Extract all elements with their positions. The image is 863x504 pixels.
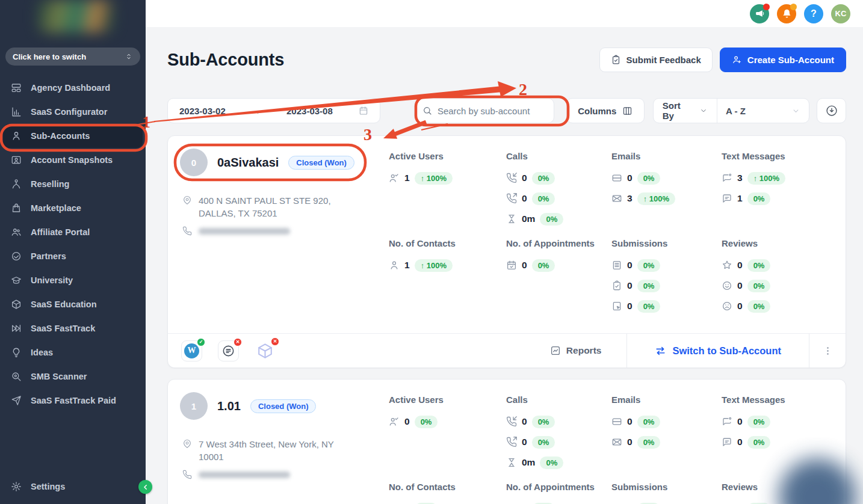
sidebar-item-agency-dashboard[interactable]: Agency Dashboard [3,76,143,100]
stat-delta-pill: ↑ 100% [415,259,453,272]
stat-group: Submissions00%00%00% [611,238,722,316]
stat-header: Submissions [611,238,722,248]
message-icon [722,193,732,204]
account-avatar: 1 [180,392,208,420]
page-title: Sub-Accounts [167,50,284,70]
stat-item: 00% [611,411,722,432]
stat-header: Calls [506,395,611,405]
sidebar-item-affiliate-portal[interactable]: Affiliate Portal [3,220,143,244]
user-avatar[interactable]: KC [831,4,850,23]
stat-header: Calls [506,151,611,161]
message-dot-icon [722,416,732,427]
date-range-picker[interactable]: 2023-03-02 → 2023-03-08 [167,98,380,123]
stat-group: No. of Contacts1↑ 100% [389,238,506,316]
sub-accounts-icon [11,131,22,141]
cross-badge-icon: ✕ [234,338,242,346]
sidebar-item-label: Sub-Accounts [31,131,90,141]
calendar-check-icon [506,260,517,271]
stat-value: 0 [737,280,743,291]
person-icon [389,260,400,271]
agency-logo [37,0,114,32]
sidebar-item-partners[interactable]: Partners [3,244,143,268]
export-button[interactable] [817,98,846,123]
message-dot-icon [722,173,732,183]
integration-integration-3[interactable]: ✕ [255,340,276,361]
stat-item: 3↑ 100% [722,168,836,188]
reports-button[interactable]: Reports [525,334,627,367]
integration-wordpress[interactable]: W✓ [181,340,202,361]
sidebar-item-saas-configurator[interactable]: SaaS Configurator [3,100,143,124]
stat-delta-pill: 0% [637,280,661,292]
account-switcher[interactable]: Click here to switch [5,48,140,66]
integration-integration-2[interactable]: ✕ [218,340,239,361]
stat-header: Emails [611,395,722,405]
sidebar-item-label: Settings [31,482,65,491]
sidebar-collapse-button[interactable] [138,480,152,494]
sidebar-item-saas-fasttrack-paid[interactable]: SaaS FastTrack Paid [3,389,143,413]
stat-item: 00% [389,499,506,504]
stat-item: 00% [506,168,611,188]
more-options-button[interactable] [809,334,846,367]
stat-group: Emails00%3↑ 100% [611,151,722,229]
announcements-button[interactable] [750,4,769,23]
phone-number-blurred [199,472,290,478]
sidebar-item-label: Account Snapshots [31,155,113,165]
smb-scanner-icon [11,371,22,382]
sidebar-item-account-snapshots[interactable]: Account Snapshots [3,148,143,172]
saas-fasttrack-paid-icon [11,395,22,406]
stat-delta-pill: 0% [747,280,771,292]
stat-value: 0 [737,437,743,447]
gear-icon [11,481,22,492]
sidebar-item-label: Ideas [31,348,53,357]
sidebar-item-smb-scanner[interactable]: SMB Scanner [3,364,143,389]
account-switcher-label: Click here to switch [13,52,86,61]
sort-by-button[interactable]: Sort By [654,99,717,123]
stat-group: No. of Appointments00% [506,238,611,316]
stat-delta-pill: ↑ 100% [415,172,453,185]
columns-button[interactable]: Columns [566,98,645,123]
sidebar-item-marketplace[interactable]: Marketplace [3,196,143,220]
sidebar-item-ideas[interactable]: Ideas [3,340,143,364]
account-name: 0aSivakasi [217,156,279,170]
stat-value: 3 [737,173,743,183]
sort-order-select[interactable]: A - Z [717,99,809,123]
map-pin-icon [182,439,192,449]
stat-group: Active Users1↑ 100% [389,151,506,229]
clipboard-check-icon [611,55,621,65]
stat-item: 00% [722,411,836,432]
hourglass-icon [506,214,517,224]
stat-delta-pill: 0% [637,416,661,428]
stat-header: No. of Appointments [506,238,611,248]
create-sub-account-button[interactable]: Create Sub-Account [720,48,846,72]
stat-header: Submissions [611,482,722,492]
sidebar-item-saas-education[interactable]: SaaS Education [3,292,143,316]
sidebar-item-university[interactable]: University [3,268,143,292]
calendar-icon [359,106,368,115]
person-plus-icon [732,55,742,65]
mail-icon [611,416,622,427]
stat-group: Reviews00%00%00% [722,238,836,316]
help-button[interactable]: ? [804,4,823,23]
check-badge-icon: ✓ [197,338,205,346]
switch-to-sub-account-button[interactable]: Switch to Sub-Account [627,334,809,367]
hourglass-icon [506,457,517,468]
sidebar-item-label: SaaS Configurator [31,107,107,117]
search-input[interactable] [438,106,546,116]
stat-value: 0 [627,173,633,183]
stat-value: 0 [737,301,743,312]
sidebar-item-settings[interactable]: Settings [3,475,143,499]
stat-value: 0 [522,260,527,271]
submit-feedback-button[interactable]: Submit Feedback [599,48,713,72]
stat-value: 0 [522,193,527,204]
stat-value: 3 [627,193,633,204]
stat-value: 0 [627,260,633,271]
sidebar-item-sub-accounts[interactable]: Sub-Accounts [3,124,143,148]
stat-item: 00% [506,188,611,209]
stat-header: Reviews [722,238,836,248]
sidebar-item-saas-fasttrack[interactable]: SaaS FastTrack [3,316,143,340]
user-check-icon [389,416,400,427]
sidebar-item-label: Marketplace [31,203,81,213]
notifications-button[interactable] [777,4,796,23]
stat-delta-pill: 0% [747,416,771,428]
sidebar-item-reselling[interactable]: Reselling [3,172,143,196]
